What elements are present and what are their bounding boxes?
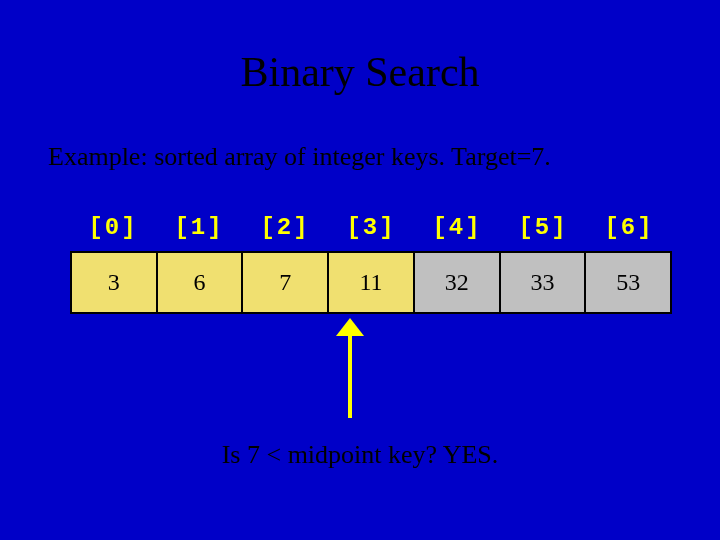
array-cell: 32 [415,253,501,312]
array-cell: 33 [501,253,587,312]
array-indices-row: [0] [1] [2] [3] [4] [5] [6] [70,214,672,251]
array-cell: 7 [243,253,329,312]
slide-subtitle: Example: sorted array of integer keys. T… [48,142,551,172]
array-cell: 53 [586,253,670,312]
array-index: [3] [328,214,414,251]
array-index: [1] [156,214,242,251]
array-index: [2] [242,214,328,251]
array-index: [6] [586,214,672,251]
slide-title: Binary Search [0,48,720,96]
array-index: [0] [70,214,156,251]
array-index: [4] [414,214,500,251]
comparison-question: Is 7 < midpoint key? YES. [0,440,720,470]
array-cell: 6 [158,253,244,312]
array-diagram: [0] [1] [2] [3] [4] [5] [6] 3 6 7 11 32 … [70,214,672,314]
arrow-shaft-icon [348,330,352,418]
array-index: [5] [500,214,586,251]
array-values-row: 3 6 7 11 32 33 53 [70,251,672,314]
array-cell-midpoint: 11 [329,253,415,312]
array-cell: 3 [72,253,158,312]
midpoint-arrow-icon [330,318,370,418]
